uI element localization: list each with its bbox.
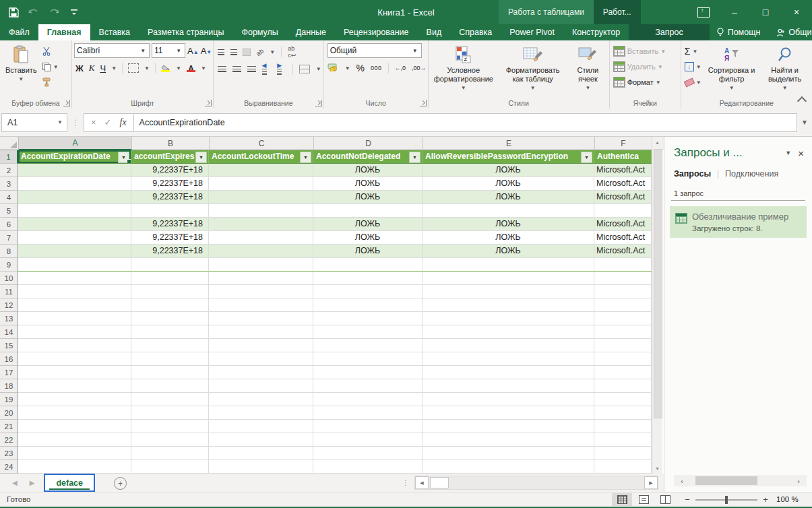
cell-B22[interactable] (131, 433, 209, 447)
row-header-19[interactable]: 19 (0, 393, 18, 406)
name-box[interactable]: A1▼ (1, 113, 67, 132)
cell-E24[interactable] (423, 460, 594, 474)
cell-D24[interactable] (313, 460, 423, 474)
cell-C10[interactable] (209, 272, 313, 285)
cell-B23[interactable] (131, 447, 209, 460)
column-header-A[interactable]: A (19, 137, 132, 150)
expand-formula-bar-icon[interactable]: ▼ (797, 119, 812, 126)
align-right-icon[interactable] (247, 66, 256, 72)
cell-D16[interactable] (313, 352, 423, 366)
cell-A21[interactable] (18, 420, 131, 433)
align-left-icon[interactable] (218, 66, 226, 72)
minimize-icon[interactable]: – (719, 0, 750, 24)
customize-quick-access-icon[interactable] (67, 5, 81, 19)
cell-B20[interactable] (131, 406, 209, 420)
alignment-dialog-launcher-icon[interactable] (315, 100, 322, 106)
cell-F2[interactable]: Microsoft.Act (594, 164, 652, 177)
cell-F21[interactable] (594, 420, 652, 433)
cell-C20[interactable] (209, 406, 313, 420)
row-header-5[interactable]: 5 (0, 204, 18, 218)
cell-A11[interactable] (18, 285, 131, 298)
cell-C8[interactable] (209, 245, 313, 258)
cell-D18[interactable] (313, 379, 423, 393)
clipboard-dialog-launcher-icon[interactable] (63, 100, 70, 106)
cell-C2[interactable] (209, 164, 313, 177)
format-as-table-button[interactable]: Форматировать как таблицу▼ (499, 43, 566, 94)
cell-C23[interactable] (209, 447, 313, 460)
delete-cells-button[interactable]: Удалить▼ (612, 60, 668, 73)
sheet-tab-deface[interactable]: deface (44, 474, 95, 492)
cell-B1[interactable]: accountExpires▼ (131, 150, 209, 164)
add-sheet-icon[interactable]: + (114, 477, 127, 490)
cell-C9[interactable] (209, 258, 313, 272)
row-header-12[interactable]: 12 (0, 298, 18, 312)
cell-E16[interactable] (423, 352, 594, 366)
cell-F7[interactable]: Microsoft.Act (594, 231, 652, 245)
cell-C15[interactable] (209, 339, 313, 352)
cell-C12[interactable] (209, 298, 313, 312)
sort-filter-button[interactable]: АЯ Сортировка и фильтр▼ (703, 43, 761, 94)
cell-F4[interactable]: Microsoft.Act (594, 191, 652, 204)
cell-E15[interactable] (423, 339, 594, 352)
cell-D10[interactable] (313, 272, 423, 285)
cell-D6[interactable]: ЛОЖЬ (313, 218, 423, 231)
borders-caret[interactable]: ▼ (144, 65, 150, 71)
panel-close-icon[interactable]: × (798, 148, 804, 159)
tab-formulas[interactable]: Формулы (232, 24, 286, 40)
cell-F16[interactable] (594, 352, 652, 366)
cell-B24[interactable] (131, 460, 209, 474)
orientation-icon[interactable]: ab (255, 46, 265, 57)
cell-D19[interactable] (313, 393, 423, 406)
tab-insert[interactable]: Вставка (90, 24, 139, 40)
cell-A5[interactable] (18, 204, 131, 218)
grow-font-icon[interactable]: A▲ (187, 46, 199, 56)
ribbon-display-options-icon[interactable] (688, 0, 719, 24)
cell-F18[interactable] (594, 379, 652, 393)
shrink-font-icon[interactable]: A▼ (201, 46, 212, 56)
copy-button[interactable]: ▼ (40, 60, 60, 73)
redo-icon[interactable] (47, 5, 61, 19)
number-format-combo[interactable]: Общий▼ (327, 43, 422, 58)
cell-F24[interactable] (594, 460, 652, 474)
row-header-7[interactable]: 7 (0, 231, 18, 245)
row-header-6[interactable]: 6 (0, 218, 18, 231)
cell-E4[interactable]: ЛОЖЬ (423, 191, 594, 204)
align-middle-icon[interactable] (230, 49, 237, 55)
cell-E20[interactable] (423, 406, 594, 420)
page-layout-view-button[interactable] (633, 493, 654, 506)
cell-A4[interactable] (18, 191, 131, 204)
row-header-14[interactable]: 14 (0, 325, 18, 339)
cell-A18[interactable] (18, 379, 131, 393)
zoom-slider[interactable] (695, 499, 757, 501)
vertical-scroll-thumb[interactable] (654, 149, 662, 418)
formula-input[interactable]: AccountExpirationDate (134, 113, 797, 132)
filter-button-B[interactable]: ▼ (195, 152, 207, 163)
row-header-1[interactable]: 1 (0, 150, 18, 164)
panel-tab-queries[interactable]: Запросы (674, 169, 711, 179)
zoom-slider-thumb[interactable] (725, 496, 728, 504)
cell-E5[interactable] (423, 204, 594, 218)
cell-B12[interactable] (131, 298, 209, 312)
row-header-10[interactable]: 10 (0, 272, 18, 285)
merge-caret[interactable]: ▼ (316, 66, 321, 72)
cell-B7[interactable]: 9,22337E+18 (131, 231, 209, 245)
cut-button[interactable] (40, 44, 60, 58)
vertical-scrollbar[interactable]: ▲ ▼ (652, 137, 662, 474)
row-header-4[interactable]: 4 (0, 191, 18, 204)
row-header-8[interactable]: 8 (0, 245, 18, 258)
underline-button[interactable]: Ч (100, 63, 106, 73)
cell-F1[interactable]: Authenticatio (594, 150, 652, 164)
cell-C21[interactable] (209, 420, 313, 433)
fill-color-caret[interactable]: ▼ (176, 65, 181, 71)
column-header-F[interactable]: F (595, 137, 652, 150)
cell-A14[interactable] (18, 325, 131, 339)
cell-E7[interactable]: ЛОЖЬ (423, 231, 594, 245)
italic-button[interactable]: К (89, 63, 95, 73)
underline-caret[interactable]: ▼ (111, 65, 117, 71)
zoom-out-icon[interactable]: − (684, 495, 691, 505)
cell-E19[interactable] (423, 393, 594, 406)
fill-color-icon[interactable] (161, 65, 170, 72)
cell-A1[interactable]: AccountExpirationDate▼ (18, 150, 131, 164)
cell-E3[interactable]: ЛОЖЬ (423, 177, 594, 191)
cell-C18[interactable] (209, 379, 313, 393)
